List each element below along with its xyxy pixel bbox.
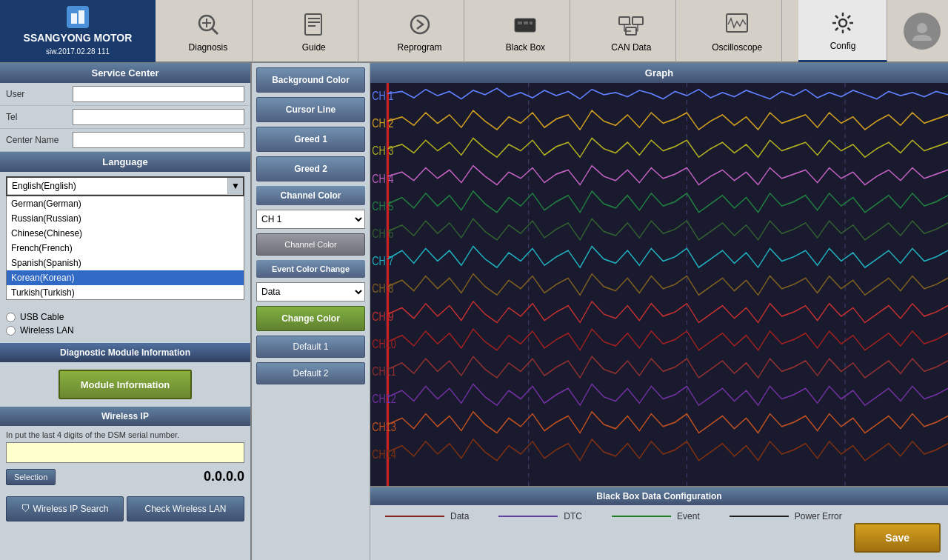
- diag-section: Module Information: [0, 362, 250, 407]
- guide-icon: [299, 10, 329, 39]
- svg-rect-0: [71, 13, 77, 24]
- check-wireless-label: Check Wireless LAN: [144, 504, 226, 514]
- wireless-ip-header: Wireless IP: [0, 407, 250, 426]
- graph-container: Graph: [370, 63, 948, 560]
- center-name-label: Center Name: [6, 135, 73, 145]
- nav-oscilloscope[interactable]: Oscilloscope: [693, 0, 782, 62]
- wireless-lan-option[interactable]: Wireless LAN: [6, 325, 244, 336]
- nav-candata[interactable]: CAN Data: [587, 0, 676, 62]
- blackbox-header: Black Box Data Configuration: [370, 487, 948, 505]
- svg-text:CH 7: CH 7: [372, 253, 393, 267]
- nav-reprogram[interactable]: Reprogram: [375, 0, 464, 62]
- center-name-input[interactable]: [73, 132, 244, 148]
- channel-color-label: Channel Color: [256, 186, 365, 205]
- nav-diagnosis[interactable]: Diagnosis: [164, 0, 253, 62]
- candata-icon: [616, 10, 646, 39]
- legend-power-error: Power Error: [730, 511, 842, 521]
- wireless-search-button[interactable]: ⛉ Wireless IP Search: [6, 496, 124, 521]
- power-error-line: [730, 516, 789, 517]
- language-dropdown-arrow[interactable]: ▼: [227, 178, 243, 194]
- wireless-lan-label: Wireless LAN: [20, 325, 74, 336]
- usb-cable-label: USB Cable: [20, 312, 64, 322]
- diagnosis-icon: [193, 10, 223, 39]
- svg-text:CH14: CH14: [372, 447, 396, 461]
- graph-area: CH 1 CH 2 CH 3 CH 4: [370, 83, 948, 486]
- svg-text:CH 2: CH 2: [372, 116, 393, 130]
- graph-header: Graph: [370, 63, 948, 83]
- svg-text:CH 6: CH 6: [372, 226, 393, 240]
- save-button[interactable]: Save: [854, 523, 941, 553]
- svg-rect-13: [524, 21, 528, 24]
- lang-option-chinese[interactable]: Chinese(Chinese): [7, 226, 244, 241]
- data-line: [385, 516, 444, 517]
- greed1-button[interactable]: Greed 1: [256, 127, 365, 152]
- nav-diagnosis-label: Diagnosis: [189, 42, 228, 53]
- lang-option-french[interactable]: French(French): [7, 241, 244, 256]
- svg-rect-6: [305, 14, 321, 35]
- change-color-button[interactable]: Change Color: [256, 306, 365, 331]
- background-color-button[interactable]: Background Color: [256, 67, 365, 93]
- module-info-button[interactable]: Module Information: [59, 370, 192, 399]
- nav-config[interactable]: Config: [798, 0, 887, 62]
- channel-color-button[interactable]: Channel Color: [256, 233, 365, 256]
- lang-option-spanish[interactable]: Spanish(Spanish): [7, 256, 244, 270]
- wireless-ip-desc: In put the last 4 digits of the DSM seri…: [6, 430, 244, 439]
- svg-text:CH 9: CH 9: [372, 309, 393, 323]
- default2-button[interactable]: Default 2: [256, 362, 365, 384]
- language-dropdown: German(German) Russian(Russian) Chinese(…: [6, 196, 244, 300]
- svg-line-31: [847, 16, 850, 19]
- wireless-lan-radio[interactable]: [6, 326, 16, 336]
- lang-option-russian[interactable]: Russian(Russian): [7, 211, 244, 226]
- default1-button[interactable]: Default 1: [256, 336, 365, 358]
- wireless-ip-input[interactable]: [6, 442, 244, 463]
- ip-selection-button[interactable]: Selection: [6, 469, 56, 485]
- svg-line-30: [847, 28, 850, 31]
- nav-blackbox[interactable]: Black Box: [481, 0, 570, 62]
- user-input[interactable]: [73, 86, 244, 102]
- oscilloscope-icon: [722, 10, 752, 39]
- lang-option-korean[interactable]: Korean(Korean): [7, 270, 244, 285]
- tel-label: Tel: [6, 112, 73, 122]
- bottom-buttons: ⛉ Wireless IP Search Check Wireless LAN: [0, 492, 250, 526]
- svg-line-32: [835, 28, 838, 31]
- greed2-button[interactable]: Greed 2: [256, 156, 365, 181]
- nav-guide-label: Guide: [302, 42, 326, 53]
- top-navigation: SSANGYONG MOTOR siw.2017.02.28 111 Diagn…: [0, 0, 948, 63]
- event-line: [612, 516, 671, 517]
- svg-line-29: [835, 16, 838, 19]
- logo-icon: [67, 6, 89, 28]
- language-select-wrapper: English(English) ▼: [6, 176, 244, 196]
- event-dropdown[interactable]: Data Event DTC Power Error: [256, 282, 365, 301]
- event-label: Event: [677, 511, 700, 521]
- user-avatar: [904, 13, 941, 50]
- check-wireless-button[interactable]: Check Wireless LAN: [127, 496, 244, 521]
- svg-line-3: [212, 28, 218, 34]
- svg-rect-15: [619, 17, 630, 24]
- power-error-label: Power Error: [795, 511, 842, 521]
- svg-rect-14: [530, 21, 533, 24]
- lang-option-turkish[interactable]: Turkish(Turkish): [7, 285, 244, 300]
- svg-point-33: [917, 23, 927, 33]
- user-row: User: [0, 83, 250, 106]
- svg-rect-11: [515, 19, 535, 32]
- usb-cable-radio[interactable]: [6, 313, 16, 322]
- legend-data: Data: [385, 511, 469, 521]
- event-color-label: Event Color Change: [256, 260, 365, 278]
- channel-select[interactable]: CH 1 CH 2 CH 3 CH 4 CH 5 CH 6 CH 7 CH 8 …: [256, 210, 365, 229]
- svg-text:CH13: CH13: [372, 419, 396, 433]
- language-section: English(English) ▼ German(German) Russia…: [0, 172, 250, 304]
- dtc-line: [498, 516, 558, 517]
- tel-input[interactable]: [73, 109, 244, 125]
- wireless-ip-section: In put the last 4 digits of the DSM seri…: [0, 426, 250, 492]
- nav-guide[interactable]: Guide: [270, 0, 358, 62]
- nav-reprogram-label: Reprogram: [398, 42, 442, 53]
- svg-text:CH12: CH12: [372, 391, 396, 405]
- config-panel: Background Color Cursor Line Greed 1 Gre…: [252, 63, 370, 560]
- data-label: Data: [450, 511, 469, 521]
- left-panel: Service Center User Tel Center Name Lang…: [0, 63, 252, 560]
- svg-text:CH 3: CH 3: [372, 143, 393, 157]
- cursor-line-button[interactable]: Cursor Line: [256, 97, 365, 122]
- wireless-search-label: Wireless IP Search: [33, 504, 109, 514]
- usb-cable-option[interactable]: USB Cable: [6, 312, 244, 322]
- lang-option-german[interactable]: German(German): [7, 196, 244, 211]
